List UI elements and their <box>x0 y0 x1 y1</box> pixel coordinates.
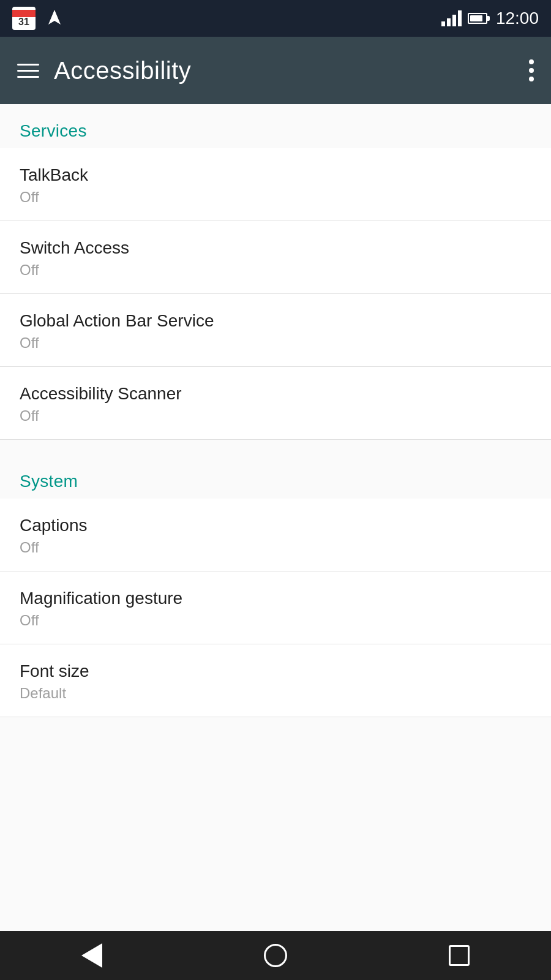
list-item-global-action-bar[interactable]: Global Action Bar Service Off <box>0 294 551 367</box>
section-header-services: Services <box>0 104 551 148</box>
item-subtitle-talkback: Off <box>20 189 531 206</box>
item-subtitle-font-size: Default <box>20 685 531 702</box>
item-subtitle-switch-access: Off <box>20 262 531 279</box>
content-area: Services TalkBack Off Switch Access Off … <box>0 104 551 931</box>
item-title-captions: Captions <box>20 516 531 535</box>
list-item-magnification-gesture[interactable]: Magnification gesture Off <box>0 571 551 644</box>
clock: 12:00 <box>496 9 539 28</box>
more-options-button[interactable] <box>529 59 534 81</box>
recents-icon <box>449 945 470 966</box>
page-title: Accessibility <box>54 57 191 85</box>
recents-button[interactable] <box>441 937 478 974</box>
item-subtitle-magnification-gesture: Off <box>20 612 531 629</box>
section-header-system: System <box>0 454 551 499</box>
section-spacer <box>0 440 551 454</box>
list-item-accessibility-scanner[interactable]: Accessibility Scanner Off <box>0 367 551 440</box>
list-item-talkback[interactable]: TalkBack Off <box>0 148 551 221</box>
bottom-nav <box>0 931 551 980</box>
item-title-switch-access: Switch Access <box>20 238 531 258</box>
battery-icon <box>468 13 490 24</box>
status-left-icons: 31 <box>12 7 66 30</box>
back-icon <box>81 943 102 968</box>
item-title-talkback: TalkBack <box>20 165 531 185</box>
app-bar: Accessibility <box>0 37 551 104</box>
status-bar: 31 12:00 <box>0 0 551 37</box>
list-item-switch-access[interactable]: Switch Access Off <box>0 221 551 294</box>
list-item-font-size[interactable]: Font size Default <box>0 644 551 717</box>
menu-button[interactable] <box>17 64 39 78</box>
notification-icon <box>43 7 66 30</box>
calendar-icon: 31 <box>12 7 36 30</box>
home-button[interactable] <box>257 937 294 974</box>
item-subtitle-captions: Off <box>20 539 531 556</box>
calendar-date: 31 <box>18 17 29 27</box>
signal-icon <box>441 10 462 26</box>
list-item-captions[interactable]: Captions Off <box>0 499 551 571</box>
status-right-icons: 12:00 <box>441 9 539 28</box>
item-title-global-action-bar: Global Action Bar Service <box>20 311 531 331</box>
item-title-accessibility-scanner: Accessibility Scanner <box>20 384 531 404</box>
item-title-font-size: Font size <box>20 662 531 681</box>
home-icon <box>264 944 287 967</box>
back-button[interactable] <box>73 937 110 974</box>
item-subtitle-global-action-bar: Off <box>20 334 531 352</box>
item-subtitle-accessibility-scanner: Off <box>20 407 531 424</box>
item-title-magnification-gesture: Magnification gesture <box>20 589 531 608</box>
